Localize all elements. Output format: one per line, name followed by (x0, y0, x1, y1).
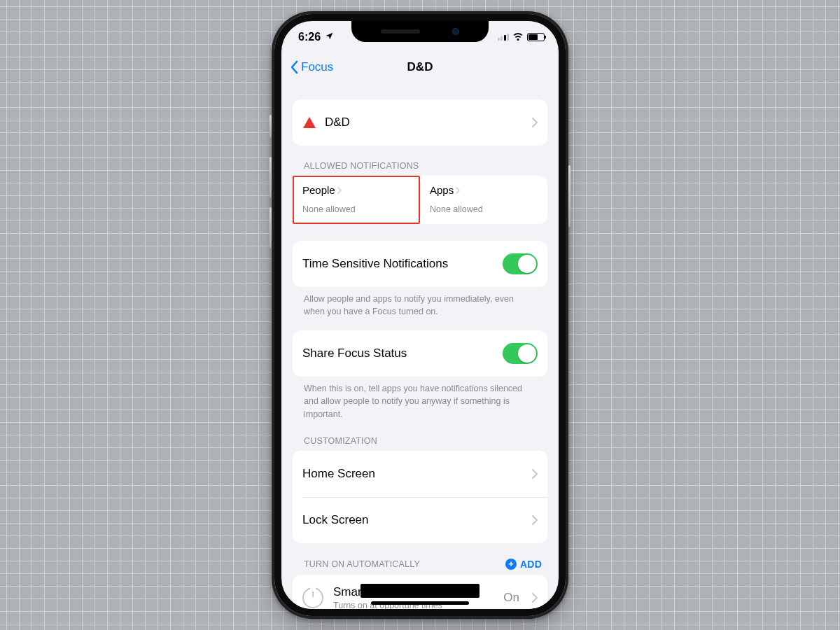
share-focus-card: Share Focus Status (293, 330, 547, 377)
power-icon (302, 587, 323, 608)
speaker-grille (381, 29, 420, 34)
focus-name-card: D&D (293, 99, 547, 146)
chevron-right-icon (337, 187, 342, 194)
nav-bar: Focus D&D (281, 52, 559, 83)
time-sensitive-card: Time Sensitive Notifications (293, 241, 547, 287)
chevron-right-icon (456, 187, 460, 194)
front-camera (452, 28, 459, 35)
add-automation-button[interactable]: + ADD (505, 559, 542, 570)
allowed-apps-title: Apps (430, 184, 454, 196)
lock-screen-row[interactable]: Lock Screen (293, 497, 547, 543)
home-screen-label: Home Screen (302, 467, 524, 481)
share-focus-label: Share Focus Status (302, 346, 494, 360)
time-sensitive-toggle[interactable] (503, 253, 538, 274)
automation-header-row: TURN ON AUTOMATICALLY + ADD (304, 559, 542, 570)
wifi-icon (512, 33, 524, 41)
share-focus-row: Share Focus Status (293, 330, 547, 377)
add-label: ADD (520, 559, 542, 570)
allowed-people-title: People (302, 184, 335, 196)
cellular-signal-icon (498, 34, 510, 41)
phone-screen: 6:26 Focus D&D (281, 21, 559, 609)
share-focus-toggle[interactable] (503, 343, 538, 364)
notch (351, 21, 489, 42)
lock-screen-label: Lock Screen (302, 513, 524, 527)
chevron-right-icon (532, 469, 538, 479)
allowed-people-cell[interactable]: People None allowed (293, 176, 420, 224)
smart-activation-state: On (503, 591, 519, 605)
chevron-right-icon (532, 118, 538, 127)
time-sensitive-footer: Allow people and apps to notify you imme… (293, 287, 547, 318)
time-sensitive-row: Time Sensitive Notifications (293, 241, 547, 287)
share-focus-footer: When this is on, tell apps you have noti… (293, 377, 547, 420)
time-sensitive-label: Time Sensitive Notifications (302, 257, 494, 271)
focus-name-row[interactable]: D&D (293, 99, 547, 146)
allowed-apps-cell[interactable]: Apps None allowed (420, 176, 547, 224)
volume-up-button (270, 157, 272, 197)
allowed-notifications-header: ALLOWED NOTIFICATIONS (304, 161, 546, 171)
location-arrow-icon (325, 31, 334, 43)
focus-name-label: D&D (325, 115, 524, 130)
chevron-left-icon (290, 60, 300, 74)
mute-switch (270, 115, 272, 137)
triangle-warning-icon (302, 116, 316, 129)
page-background: 6:26 Focus D&D (0, 0, 840, 630)
chevron-right-icon (532, 593, 538, 603)
automation-header: TURN ON AUTOMATICALLY (304, 559, 420, 569)
redaction-bar (360, 584, 479, 598)
power-button (568, 165, 570, 227)
allowed-notifications-card: People None allowed Apps None allowed (293, 176, 547, 224)
allowed-people-subtitle: None allowed (302, 204, 410, 214)
phone-frame: 6:26 Focus D&D (272, 11, 568, 619)
chevron-right-icon (532, 515, 538, 525)
home-screen-row[interactable]: Home Screen (293, 451, 547, 497)
volume-down-button (270, 207, 272, 248)
plus-circle-icon: + (505, 559, 517, 570)
customization-card: Home Screen Lock Screen (293, 451, 547, 543)
back-button[interactable]: Focus (290, 60, 333, 74)
battery-icon (527, 33, 545, 41)
back-label: Focus (301, 60, 333, 74)
status-time: 6:26 (298, 31, 321, 43)
customization-header: CUSTOMIZATION (304, 436, 546, 446)
home-indicator[interactable] (371, 601, 469, 605)
allowed-apps-subtitle: None allowed (430, 204, 538, 214)
